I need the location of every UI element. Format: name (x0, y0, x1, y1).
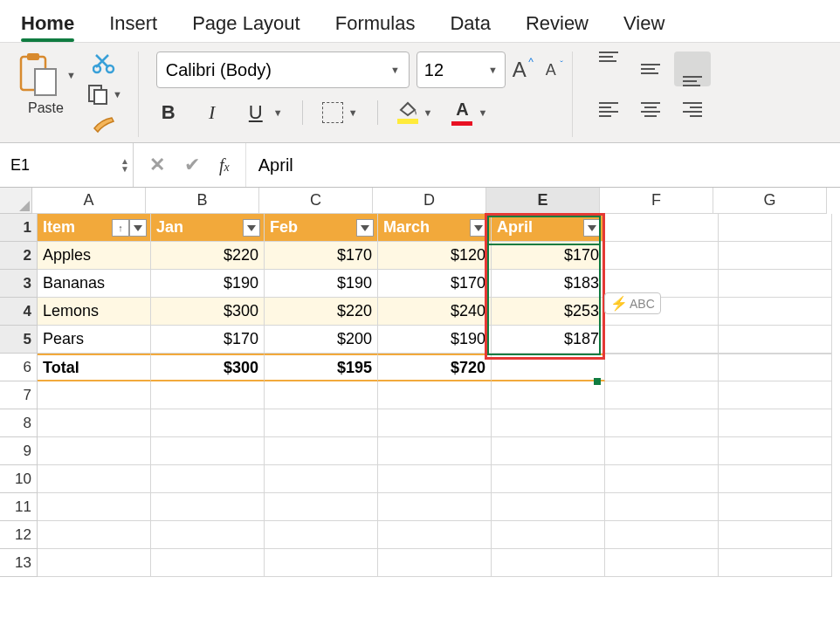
cell[interactable] (492, 437, 605, 465)
cell[interactable]: Lemons (38, 298, 151, 326)
table-header-march[interactable]: March (378, 214, 492, 242)
cell[interactable] (378, 493, 492, 521)
cell[interactable] (719, 326, 832, 354)
cell[interactable] (719, 242, 832, 270)
table-header-item[interactable]: Item↑ (38, 214, 151, 242)
cell[interactable] (719, 381, 832, 409)
row-header-8[interactable]: 8 (0, 409, 38, 437)
italic-button[interactable]: I (200, 101, 224, 124)
select-all-corner[interactable] (0, 188, 32, 214)
cell[interactable]: $187 (492, 326, 605, 354)
row-header-9[interactable]: 9 (0, 437, 38, 465)
fx-icon[interactable]: fx (219, 155, 230, 175)
cut-button[interactable] (93, 52, 115, 74)
align-right-button[interactable] (674, 92, 711, 127)
row-header-12[interactable]: 12 (0, 521, 38, 549)
name-box-stepper[interactable]: ▲▼ (120, 157, 129, 173)
cell[interactable]: $120 (378, 242, 492, 270)
align-center-button[interactable] (632, 92, 669, 127)
cell[interactable]: $183 (492, 270, 605, 298)
cell[interactable]: $300 (151, 298, 265, 326)
cell[interactable] (378, 409, 492, 437)
cell[interactable] (265, 381, 378, 409)
cell-total-label[interactable]: Total (38, 354, 151, 381)
row-header-3[interactable]: 3 (0, 270, 38, 298)
row-header-7[interactable]: 7 (0, 381, 38, 409)
cell[interactable] (719, 549, 832, 577)
align-left-button[interactable] (590, 92, 627, 127)
copy-button[interactable]: ▼ (86, 83, 122, 106)
col-header-f[interactable]: F (600, 188, 713, 214)
align-top-button[interactable] (590, 52, 627, 86)
cell[interactable] (151, 521, 265, 549)
cell[interactable]: $220 (265, 298, 378, 326)
cell[interactable] (605, 242, 719, 270)
fill-handle[interactable] (594, 378, 601, 385)
cell[interactable] (719, 437, 832, 465)
paste-button[interactable]: ▼ (16, 52, 76, 99)
cell[interactable] (492, 521, 605, 549)
cell[interactable]: $170 (151, 326, 265, 354)
cell[interactable] (38, 381, 151, 409)
tab-page-layout[interactable]: Page Layout (192, 12, 300, 35)
cell[interactable] (151, 381, 265, 409)
cell[interactable] (492, 549, 605, 577)
cell[interactable] (378, 521, 492, 549)
enter-formula-button[interactable]: ✔ (184, 154, 200, 176)
row-header-11[interactable]: 11 (0, 493, 38, 521)
cell[interactable] (719, 270, 832, 298)
cell[interactable]: $300 (151, 354, 265, 381)
cell[interactable] (38, 409, 151, 437)
flash-fill-options-button[interactable]: ⚡ ABC (604, 292, 661, 314)
cell[interactable] (151, 549, 265, 577)
cell[interactable]: $720 (378, 354, 492, 381)
row-header-10[interactable]: 10 (0, 465, 38, 493)
underline-button[interactable]: U▼ (244, 101, 283, 124)
cell[interactable] (151, 409, 265, 437)
col-header-c[interactable]: C (259, 188, 373, 214)
cell[interactable]: $195 (265, 354, 378, 381)
tab-home[interactable]: Home (21, 12, 74, 35)
cell[interactable] (265, 493, 378, 521)
row-header-1[interactable]: 1 (0, 214, 38, 242)
cell[interactable] (719, 521, 832, 549)
cell[interactable] (605, 521, 719, 549)
cell[interactable] (265, 521, 378, 549)
cell[interactable] (605, 465, 719, 493)
cell[interactable] (378, 381, 492, 409)
cell[interactable]: $190 (265, 270, 378, 298)
filter-icon[interactable] (356, 219, 374, 237)
filter-icon[interactable] (129, 219, 147, 237)
cell[interactable] (492, 354, 605, 381)
col-header-d[interactable]: D (373, 188, 486, 214)
filter-icon[interactable] (470, 219, 487, 237)
cell[interactable] (38, 521, 151, 549)
table-header-jan[interactable]: Jan (151, 214, 265, 242)
font-size-select[interactable]: 12 ▼ (417, 52, 506, 88)
bold-button[interactable]: B (156, 101, 181, 124)
fill-color-button[interactable]: ▼ (397, 101, 433, 124)
cell[interactable]: $200 (265, 326, 378, 354)
cell[interactable]: $253 (492, 298, 605, 326)
cell[interactable] (378, 437, 492, 465)
cell[interactable] (265, 437, 378, 465)
cell[interactable] (151, 465, 265, 493)
cell[interactable]: Apples (38, 242, 151, 270)
cell[interactable] (719, 409, 832, 437)
cell[interactable] (378, 465, 492, 493)
cell[interactable]: $170 (492, 242, 605, 270)
cell[interactable] (38, 493, 151, 521)
col-header-a[interactable]: A (32, 188, 146, 214)
cell[interactable]: Bananas (38, 270, 151, 298)
tab-data[interactable]: Data (450, 12, 490, 35)
cell[interactable] (38, 465, 151, 493)
cell[interactable]: $240 (378, 298, 492, 326)
row-header-5[interactable]: 5 (0, 326, 38, 354)
cell[interactable]: $170 (378, 270, 492, 298)
cell[interactable] (605, 437, 719, 465)
cell[interactable] (719, 465, 832, 493)
col-header-b[interactable]: B (146, 188, 259, 214)
cell[interactable] (492, 381, 605, 409)
cell[interactable]: $220 (151, 242, 265, 270)
table-header-feb[interactable]: Feb (265, 214, 378, 242)
